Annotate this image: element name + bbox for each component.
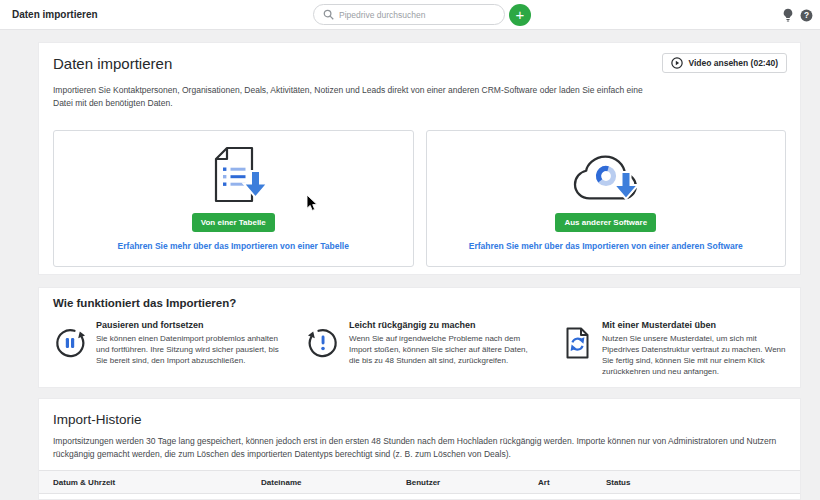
global-search[interactable]	[313, 4, 505, 25]
cloud-download-icon	[563, 145, 649, 207]
document-download-icon	[190, 145, 276, 207]
search-icon	[323, 9, 334, 20]
page-title: Daten importieren	[12, 9, 98, 20]
how-it-works-panel: Wie funktioniert das Importieren? Pausie…	[38, 287, 801, 388]
topbar: Daten importieren + ?	[0, 0, 820, 30]
column-header-type: Art	[538, 478, 606, 487]
feature-title: Leicht rückgängig zu machen	[349, 320, 533, 330]
feature-description: Sie können einen Datenimport problemlos …	[96, 333, 280, 366]
watch-video-button[interactable]: Video ansehen (02:40)	[662, 53, 787, 73]
search-input[interactable]	[339, 10, 495, 20]
quick-add-button[interactable]: +	[509, 4, 531, 26]
how-it-works-heading: Wie funktioniert das Importieren?	[53, 297, 800, 309]
feature-pause-resume: Pausieren und fortsetzen Sie können eine…	[53, 320, 280, 377]
import-history-panel: Import-Historie Importsitzungen werden 3…	[38, 398, 801, 500]
feature-description: Nutzen Sie unsere Musterdatei, um sich m…	[602, 333, 786, 377]
import-card-software: Aus anderer Software Erfahren Sie mehr ü…	[426, 130, 787, 267]
feature-text-block: Leicht rückgängig zu machen Wenn Sie auf…	[349, 320, 533, 377]
undo-icon	[306, 326, 340, 377]
column-header-filename: Dateiname	[261, 478, 406, 487]
column-header-datetime: Datum & Uhrzeit	[53, 478, 261, 487]
features-row: Pausieren und fortsetzen Sie können eine…	[53, 320, 786, 377]
import-data-panel: Daten importieren Video ansehen (02:40) …	[38, 42, 801, 275]
sample-file-icon	[559, 326, 593, 377]
history-table-header: Datum & Uhrzeit Dateiname Benutzer Art S…	[39, 470, 800, 494]
play-icon	[671, 57, 683, 69]
column-header-user: Benutzer	[406, 478, 538, 487]
feature-title: Mit einer Musterdatei üben	[602, 320, 786, 330]
feature-sample-file: Mit einer Musterdatei üben Nutzen Sie un…	[559, 320, 786, 377]
history-heading: Import-Historie	[53, 412, 800, 427]
import-option-cards: Von einer Tabelle Erfahren Sie mehr über…	[53, 130, 786, 267]
feature-title: Pausieren und fortsetzen	[96, 320, 280, 330]
from-spreadsheet-button[interactable]: Von einer Tabelle	[192, 213, 275, 232]
feature-text-block: Mit einer Musterdatei üben Nutzen Sie un…	[602, 320, 786, 377]
watch-video-label: Video ansehen (02:40)	[688, 58, 778, 68]
feature-text-block: Pausieren und fortsetzen Sie können eine…	[96, 320, 280, 377]
pause-resume-icon	[53, 326, 87, 377]
software-learn-more-link[interactable]: Erfahren Sie mehr über das Importieren v…	[469, 241, 743, 251]
history-description: Importsitzungen werden 30 Tage lang gesp…	[53, 435, 786, 461]
spreadsheet-learn-more-link[interactable]: Erfahren Sie mehr über das Importieren v…	[118, 241, 349, 251]
help-icon[interactable]: ?	[800, 8, 813, 26]
import-description: Importieren Sie Kontaktpersonen, Organis…	[53, 84, 658, 110]
from-other-software-button[interactable]: Aus anderer Software	[555, 213, 656, 232]
column-header-status: Status	[606, 478, 800, 487]
import-card-spreadsheet: Von einer Tabelle Erfahren Sie mehr über…	[53, 130, 414, 267]
svg-text:?: ?	[804, 10, 809, 20]
feature-description: Wenn Sie auf irgendwelche Probleme nach …	[349, 333, 533, 366]
lightbulb-icon[interactable]	[782, 8, 794, 26]
feature-undo: Leicht rückgängig zu machen Wenn Sie auf…	[306, 320, 533, 377]
